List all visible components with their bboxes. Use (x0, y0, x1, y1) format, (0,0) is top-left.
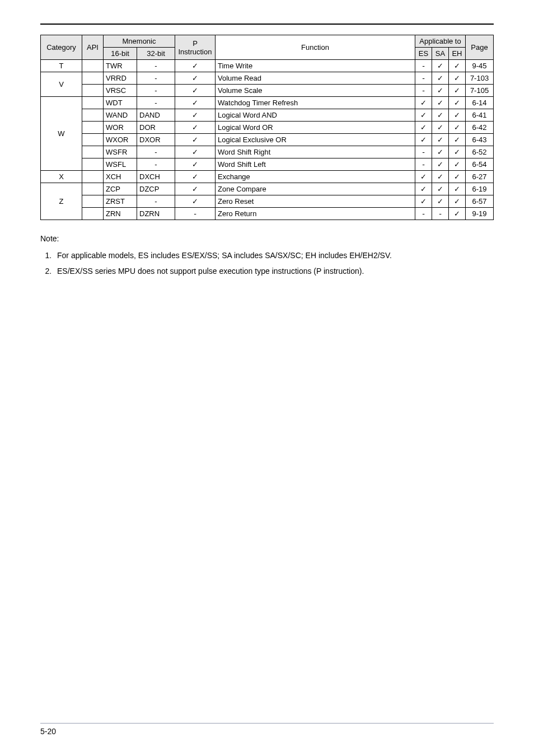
function-cell: Word Shift Right (216, 146, 415, 158)
function-cell: Zero Return (216, 208, 415, 220)
eh-cell: ✓ (448, 158, 465, 171)
mnemonic-16-cell: VRRD (104, 72, 137, 85)
mnemonic-32-cell: DOR (137, 122, 175, 134)
mnemonic-32-cell: DXOR (137, 134, 175, 146)
p-instruction-cell: ✓ (175, 158, 216, 171)
eh-cell: ✓ (448, 183, 465, 195)
table-row: XXCHDXCH✓Exchange✓✓✓6-27 (41, 171, 494, 183)
api-cell (82, 171, 104, 183)
page-cell: 6-19 (466, 183, 494, 195)
sa-cell: ✓ (432, 183, 448, 195)
mnemonic-16-cell: TWR (104, 60, 137, 72)
es-cell: ✓ (415, 183, 432, 195)
category-cell: V (41, 72, 82, 97)
sa-cell: ✓ (432, 60, 448, 72)
eh-cell: ✓ (448, 195, 465, 208)
p-instruction-cell: ✓ (175, 195, 216, 208)
page-cell: 6-42 (466, 122, 494, 134)
eh-cell: ✓ (448, 97, 465, 109)
mnemonic-32-cell: - (137, 158, 175, 171)
page-cell: 7-103 (466, 72, 494, 85)
api-cell (82, 208, 104, 220)
table-row: WORDOR✓Logical Word OR✓✓✓6-42 (41, 122, 494, 134)
eh-cell: ✓ (448, 109, 465, 122)
page-cell: 9-45 (466, 60, 494, 72)
eh-cell: ✓ (448, 72, 465, 85)
mnemonic-32-cell: - (137, 146, 175, 158)
mnemonic-16-cell: WAND (104, 109, 137, 122)
th-api: API (82, 35, 104, 60)
th-eh: EH (448, 48, 465, 60)
api-cell (82, 85, 104, 97)
table-row: WXORDXOR✓Logical Exclusive OR✓✓✓6-43 (41, 134, 494, 146)
p-instruction-cell: ✓ (175, 171, 216, 183)
mnemonic-16-cell: ZCP (104, 183, 137, 195)
es-cell: - (415, 85, 432, 97)
th-function: Function (216, 35, 415, 60)
es-cell: ✓ (415, 134, 432, 146)
th-sa: SA (432, 48, 448, 60)
mnemonic-16-cell: WOR (104, 122, 137, 134)
es-cell: - (415, 146, 432, 158)
th-32bit: 32-bit (137, 48, 175, 60)
mnemonic-16-cell: ZRST (104, 195, 137, 208)
p-instruction-cell: ✓ (175, 183, 216, 195)
es-cell: ✓ (415, 97, 432, 109)
th-applicable: Applicable to (415, 35, 465, 48)
category-cell: W (41, 97, 82, 171)
sa-cell: ✓ (432, 97, 448, 109)
sa-cell: ✓ (432, 72, 448, 85)
table-row: ZRNDZRN-Zero Return--✓9-19 (41, 208, 494, 220)
function-cell: Time Write (216, 60, 415, 72)
es-cell: - (415, 158, 432, 171)
table-row: WANDDAND✓Logical Word AND✓✓✓6-41 (41, 109, 494, 122)
mnemonic-32-cell: DZCP (137, 183, 175, 195)
page-cell: 6-14 (466, 97, 494, 109)
eh-cell: ✓ (448, 208, 465, 220)
function-cell: Volume Read (216, 72, 415, 85)
sa-cell: ✓ (432, 109, 448, 122)
page-number: 5-20 (40, 727, 494, 736)
function-cell: Zero Reset (216, 195, 415, 208)
mnemonic-16-cell: WXOR (104, 134, 137, 146)
api-cell (82, 158, 104, 171)
table-row: ZZCPDZCP✓Zone Compare✓✓✓6-19 (41, 183, 494, 195)
page-cell: 7-105 (466, 85, 494, 97)
es-cell: - (415, 60, 432, 72)
page-cell: 6-41 (466, 109, 494, 122)
mnemonic-32-cell: - (137, 97, 175, 109)
function-cell: Exchange (216, 171, 415, 183)
sa-cell: ✓ (432, 85, 448, 97)
th-16bit: 16-bit (104, 48, 137, 60)
th-p-instruction: P Instruction (175, 35, 216, 60)
category-cell: X (41, 171, 82, 183)
eh-cell: ✓ (448, 85, 465, 97)
page-cell: 6-57 (466, 195, 494, 208)
mnemonic-32-cell: - (137, 60, 175, 72)
page-cell: 6-52 (466, 146, 494, 158)
eh-cell: ✓ (448, 146, 465, 158)
function-cell: Zone Compare (216, 183, 415, 195)
sa-cell: ✓ (432, 171, 448, 183)
p-instruction-cell: ✓ (175, 85, 216, 97)
sa-cell: ✓ (432, 134, 448, 146)
api-cell (82, 195, 104, 208)
notes-list: For applicable models, ES includes ES/EX… (40, 249, 494, 278)
th-mnemonic: Mnemonic (104, 35, 175, 48)
mnemonic-32-cell: - (137, 85, 175, 97)
table-row: ZRST-✓Zero Reset✓✓✓6-57 (41, 195, 494, 208)
th-page: Page (466, 35, 494, 60)
mnemonic-16-cell: WDT (104, 97, 137, 109)
function-cell: Volume Scale (216, 85, 415, 97)
p-instruction-cell: ✓ (175, 109, 216, 122)
api-cell (82, 109, 104, 122)
es-cell: - (415, 208, 432, 220)
mnemonic-16-cell: XCH (104, 171, 137, 183)
sa-cell: ✓ (432, 122, 448, 134)
mnemonic-32-cell: - (137, 72, 175, 85)
api-cell (82, 97, 104, 109)
notes-section: Note: For applicable models, ES includes… (40, 232, 494, 278)
mnemonic-32-cell: - (137, 195, 175, 208)
page-top-rule (40, 24, 494, 25)
footer-rule (40, 723, 494, 724)
